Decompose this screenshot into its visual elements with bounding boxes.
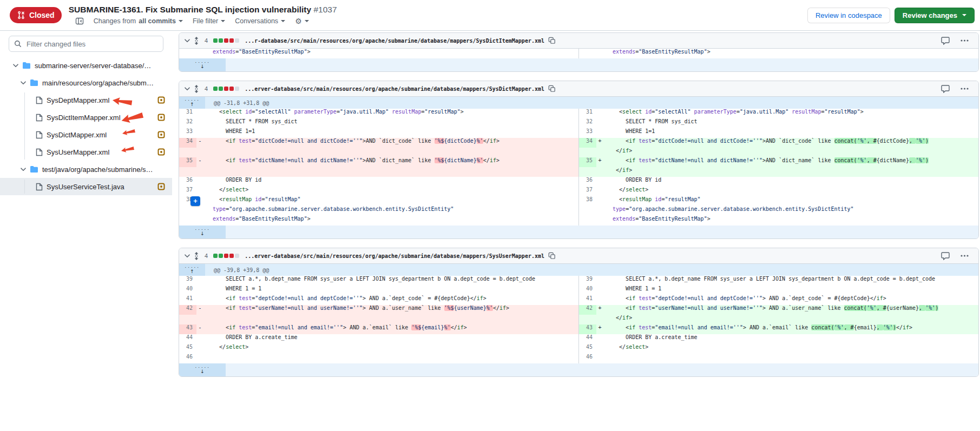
review-in-codespace-button[interactable]: Review in codespace xyxy=(807,8,890,23)
diff-settings-dropdown[interactable]: ⚙ xyxy=(295,17,309,25)
tree-file-sysdeptmapper.xml[interactable]: SysDeptMapper.xml xyxy=(0,91,172,109)
line-number[interactable]: 31 xyxy=(179,109,196,118)
diff-line: 32 SELECT * FROM sys_dict xyxy=(179,118,578,128)
copy-path-button[interactable] xyxy=(548,85,556,92)
diff-line: 35+ <if test="dictName!=null and dictNam… xyxy=(579,157,979,167)
file-menu-button[interactable] xyxy=(961,88,969,90)
diff-line: type="org.apache.submarine.server.databa… xyxy=(179,206,578,216)
line-number[interactable] xyxy=(579,216,596,226)
line-number[interactable]: 46 xyxy=(579,354,596,363)
conversations-dropdown[interactable]: Conversations xyxy=(235,17,285,25)
comment-button[interactable] xyxy=(941,252,950,260)
tree-file-sysdictitemmapper.xml[interactable]: SysDictItemMapper.xml xyxy=(0,109,172,126)
line-number[interactable] xyxy=(179,49,196,58)
line-number[interactable]: 39 xyxy=(179,276,196,286)
diff-marker: + xyxy=(596,157,603,167)
add-comment-button[interactable]: + xyxy=(190,196,200,206)
review-changes-button[interactable]: Review changes xyxy=(895,8,975,23)
line-number[interactable]: 38 xyxy=(579,196,596,206)
tree-dir-test-java-org-apache-submarine-s-[interactable]: test/java/org/apache/submarine/s… xyxy=(0,161,172,178)
copy-path-button[interactable] xyxy=(548,37,556,44)
file-filter-dropdown[interactable]: File filter xyxy=(193,17,225,25)
line-number[interactable]: 37 xyxy=(579,187,596,196)
diffstat-squares xyxy=(213,87,239,91)
tree-dir-submarine-server-server-database-[interactable]: submarine-server/server-database/… xyxy=(0,57,172,74)
code-text: type="org.apache.submarine.server.databa… xyxy=(203,206,578,216)
line-number[interactable]: 33 xyxy=(179,128,196,138)
line-number[interactable]: 44 xyxy=(579,334,596,344)
file-menu-button[interactable] xyxy=(961,39,969,42)
line-number[interactable] xyxy=(579,206,596,216)
expand-down-button[interactable]: ·····↓ xyxy=(179,226,226,238)
drag-handle[interactable] xyxy=(194,85,199,93)
line-number[interactable] xyxy=(579,315,596,324)
expand-up-button[interactable]: ·····↑ xyxy=(179,97,205,109)
line-number[interactable]: 46 xyxy=(179,354,196,363)
chevron-down-icon xyxy=(305,20,309,22)
diff-pane-old: 39 SELECT a.*, b.dept_name FROM sys_user… xyxy=(179,276,579,363)
code-text: <resultMap id="resultMap" xyxy=(203,196,578,206)
collapse-file-button[interactable] xyxy=(185,39,190,43)
drag-handle[interactable] xyxy=(194,37,199,45)
line-number[interactable]: 45 xyxy=(579,344,596,354)
collapse-file-button[interactable] xyxy=(185,87,190,91)
collapse-sidebar-icon[interactable] xyxy=(75,17,84,25)
file-status-modified-icon xyxy=(157,148,165,156)
diff-marker xyxy=(196,49,203,58)
line-number[interactable]: 32 xyxy=(579,118,596,128)
tree-file-sysdictmapper.xml[interactable]: SysDictMapper.xml xyxy=(0,126,172,143)
kebab-menu-icon xyxy=(961,88,969,90)
line-number[interactable]: 42 xyxy=(179,305,196,315)
expand-down-button[interactable]: ·····↓ xyxy=(179,363,226,376)
diff-marker xyxy=(596,148,603,157)
line-number[interactable]: 41 xyxy=(179,295,196,305)
tree-file-sysusermapper.xml[interactable]: SysUserMapper.xml xyxy=(0,143,172,161)
line-number[interactable]: 39 xyxy=(579,276,596,286)
line-number[interactable]: 32 xyxy=(179,118,196,128)
file-menu-button[interactable] xyxy=(961,255,969,257)
collapse-file-button[interactable] xyxy=(185,254,190,258)
code-text: SELECT * FROM sys_dict xyxy=(203,118,578,128)
line-number[interactable]: 34 xyxy=(579,138,596,148)
line-number[interactable]: 42 xyxy=(579,305,596,315)
line-number[interactable]: 35 xyxy=(579,157,596,167)
line-number[interactable] xyxy=(579,148,596,157)
diff-marker xyxy=(596,187,603,196)
line-number[interactable]: 31 xyxy=(579,109,596,118)
tree-file-sysuserservicetest.java[interactable]: SysUserServiceTest.java xyxy=(0,178,172,195)
line-number[interactable] xyxy=(179,167,196,177)
diff-marker xyxy=(596,286,603,295)
line-number[interactable]: 43 xyxy=(179,324,196,334)
line-number[interactable]: 33 xyxy=(579,128,596,138)
copy-path-button[interactable] xyxy=(548,252,556,260)
line-number[interactable] xyxy=(179,148,196,157)
diff-marker xyxy=(596,276,603,286)
drag-handle[interactable] xyxy=(194,252,199,260)
line-number[interactable] xyxy=(579,167,596,177)
line-number[interactable] xyxy=(579,49,596,58)
comment-button[interactable] xyxy=(941,85,950,93)
line-number[interactable]: 40 xyxy=(579,286,596,295)
expand-up-button[interactable]: ·····↑ xyxy=(179,264,205,276)
filter-changed-files-input[interactable] xyxy=(25,39,158,49)
line-number[interactable]: 37 xyxy=(179,187,196,196)
line-number[interactable]: 36 xyxy=(179,177,196,187)
line-number[interactable] xyxy=(179,216,196,226)
line-number[interactable]: 34 xyxy=(179,138,196,148)
line-number[interactable]: 35 xyxy=(179,157,196,167)
line-number[interactable]: 36 xyxy=(579,177,596,187)
expand-down-button[interactable]: ·····↓ xyxy=(179,58,226,71)
tree-dir-main-resources-org-apache-subm-[interactable]: main/resources/org/apache/subm… xyxy=(0,74,172,91)
diff-line: 33 WHERE 1=1 xyxy=(579,128,979,138)
line-number[interactable] xyxy=(179,206,196,216)
line-number[interactable]: 40 xyxy=(179,286,196,295)
line-number[interactable]: 44 xyxy=(179,334,196,344)
line-number[interactable] xyxy=(179,315,196,324)
comment-button[interactable] xyxy=(941,37,950,45)
line-number[interactable]: 43 xyxy=(579,324,596,334)
code-text: <select id="selectAll" parameterType="ja… xyxy=(603,109,979,118)
diffstat-square xyxy=(213,254,218,258)
changes-from-dropdown[interactable]: Changes from all commits xyxy=(94,17,183,25)
line-number[interactable]: 45 xyxy=(179,344,196,354)
line-number[interactable]: 41 xyxy=(579,295,596,305)
